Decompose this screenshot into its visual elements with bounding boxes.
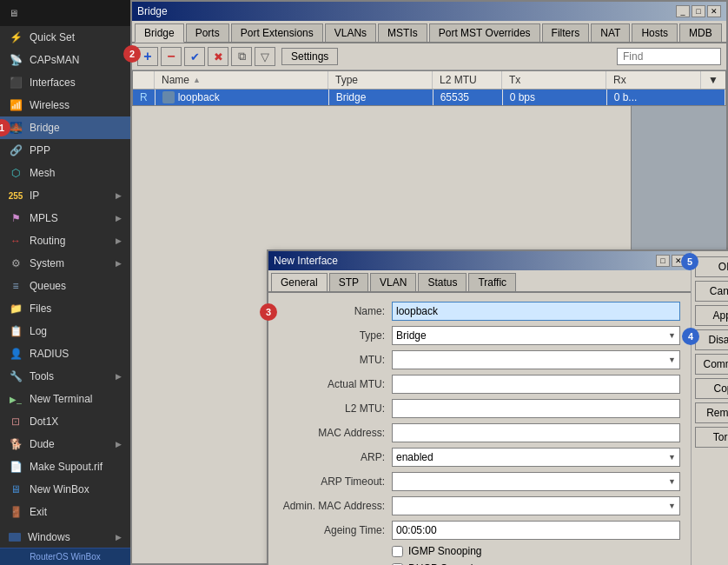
row-rx: 0 b... xyxy=(607,90,725,105)
ppp-icon: 🔗 xyxy=(9,143,23,157)
sidebar-item-quick-set[interactable]: ⚡ Quick Set xyxy=(0,26,130,49)
disable-button[interactable]: Disable xyxy=(695,329,728,350)
type-value: Bridge xyxy=(396,329,427,342)
tab-port-mst-overrides[interactable]: Port MST Overrides xyxy=(429,23,540,42)
sidebar-item-label: Wireless xyxy=(30,99,69,111)
sidebar-item-new-winbox[interactable]: 🖥 New WinBox xyxy=(0,478,130,501)
sidebar-item-windows[interactable]: Windows ▶ xyxy=(0,527,130,548)
sidebar-item-dot1x[interactable]: ⊡ Dot1X xyxy=(0,410,130,433)
sidebar-item-interfaces[interactable]: ⬛ Interfaces xyxy=(0,71,130,94)
add-button[interactable]: + xyxy=(137,47,158,66)
sidebar-item-tools[interactable]: 🔧 Tools ▶ xyxy=(0,365,130,388)
sidebar-item-label: New Terminal xyxy=(30,393,92,405)
dialog-tabs: General STP VLAN Status Traffic xyxy=(268,270,691,293)
dialog-tab-traffic[interactable]: Traffic xyxy=(468,273,516,291)
dialog-tab-general[interactable]: General xyxy=(271,273,328,291)
tab-ports[interactable]: Ports xyxy=(186,23,229,42)
minimize-button[interactable]: _ xyxy=(676,5,690,17)
sidebar-item-label: Interfaces xyxy=(30,76,76,89)
name-input[interactable] xyxy=(392,302,680,321)
ip-icon: 255 xyxy=(9,189,23,203)
sidebar-item-label: Log xyxy=(30,325,47,337)
bridge-table: Name ▲ Type L2 MTU Tx Rx ▼ R loopback Br… xyxy=(132,70,726,106)
close-button[interactable]: ✕ xyxy=(707,5,721,17)
settings-button[interactable]: Settings xyxy=(281,48,338,65)
sidebar-item-label: Bridge xyxy=(30,122,60,134)
sidebar-item-make-supout[interactable]: 📄 Make Supout.rif xyxy=(0,455,130,478)
mtu-select[interactable]: ▼ xyxy=(392,350,680,369)
dialog-maximize-button[interactable]: □ xyxy=(656,255,670,267)
tab-port-extensions[interactable]: Port Extensions xyxy=(231,23,323,42)
sidebar-item-capsman[interactable]: 📡 CAPsMAN xyxy=(0,49,130,71)
sidebar-item-label: Dot1X xyxy=(30,415,58,428)
dot1x-icon: ⊡ xyxy=(9,415,23,429)
exit-icon: 🚪 xyxy=(9,505,23,519)
filter-button[interactable]: ▽ xyxy=(255,47,275,66)
supout-icon: 📄 xyxy=(9,460,23,474)
sidebar-brand: 🖥 xyxy=(0,0,130,26)
sidebar-item-new-terminal[interactable]: ▶_ New Terminal xyxy=(0,388,130,410)
sidebar-item-ip[interactable]: 255 IP ▶ xyxy=(0,184,130,207)
sidebar-item-ppp[interactable]: 🔗 PPP xyxy=(0,139,130,162)
tab-hosts[interactable]: Hosts xyxy=(632,23,678,42)
titlebar-buttons: _ □ ✕ xyxy=(676,5,721,17)
sidebar-item-files[interactable]: 📁 Files xyxy=(0,297,130,320)
dialog-tab-status[interactable]: Status xyxy=(418,273,467,291)
sidebar-item-exit[interactable]: 🚪 Exit xyxy=(0,501,130,523)
sidebar-item-dude[interactable]: 🐕 Dude ▶ xyxy=(0,433,130,455)
copy-toolbar-button[interactable]: ⧉ xyxy=(231,47,252,66)
sidebar-item-label: Queues xyxy=(30,280,66,292)
remove-button[interactable]: − xyxy=(161,47,182,66)
copy-button[interactable]: Copy xyxy=(695,378,728,399)
find-input[interactable] xyxy=(617,48,721,65)
sidebar-item-mpls[interactable]: ⚑ MPLS ▶ xyxy=(0,207,130,229)
main-content-area: New Interface □ ✕ General STP VLAN Statu… xyxy=(132,106,726,563)
apply-button[interactable]: Apply xyxy=(695,305,728,326)
sidebar-item-mesh[interactable]: ⬡ Mesh xyxy=(0,162,130,184)
tab-mdb[interactable]: MDB xyxy=(679,23,722,42)
maximize-button[interactable]: □ xyxy=(692,5,705,17)
sidebar-item-wireless[interactable]: 📶 Wireless xyxy=(0,94,130,116)
edit-button[interactable]: ✔ xyxy=(184,47,205,66)
sidebar-item-queues[interactable]: ≡ Queues xyxy=(0,275,130,297)
name-label: Name: xyxy=(279,305,392,317)
sidebar-item-label: Exit xyxy=(30,506,47,518)
sidebar-item-log[interactable]: 📋 Log xyxy=(0,320,130,342)
mpls-icon: ⚑ xyxy=(9,211,23,225)
bridge-toolbar: + − ✔ ✖ ⧉ ▽ Settings xyxy=(132,43,726,70)
torch-button[interactable]: Torch xyxy=(695,427,728,448)
sidebar-item-routing[interactable]: ↔ Routing ▶ xyxy=(0,229,130,252)
mac-input[interactable] xyxy=(392,423,680,442)
arp-select[interactable]: enabled ▼ xyxy=(392,448,680,467)
igmp-snooping-label: IGMP Snooping xyxy=(408,545,482,557)
tab-bridge[interactable]: Bridge xyxy=(135,23,184,43)
cross-button[interactable]: ✖ xyxy=(208,47,228,66)
bridge-titlebar: Bridge _ □ ✕ xyxy=(132,2,726,21)
type-select[interactable]: Bridge ▼ xyxy=(392,326,680,345)
cancel-button[interactable]: Cancel xyxy=(695,281,728,302)
mac-label: MAC Address: xyxy=(279,427,392,439)
sidebar-item-label: PPP xyxy=(30,144,50,156)
tab-filters[interactable]: Filters xyxy=(542,23,590,42)
remove-button[interactable]: Remove xyxy=(695,402,728,423)
radius-icon: 👤 xyxy=(9,347,23,361)
tab-nat[interactable]: NAT xyxy=(591,23,630,42)
admin-mac-select[interactable]: ▼ xyxy=(392,496,680,515)
comment-button[interactable]: Comment xyxy=(695,354,728,375)
tab-vlans[interactable]: VLANs xyxy=(325,23,376,42)
l2mtu-input[interactable] xyxy=(392,399,680,418)
sidebar-item-radius[interactable]: 👤 RADIUS xyxy=(0,342,130,365)
sidebar-item-label: Tools xyxy=(30,370,54,382)
sidebar-item-system[interactable]: ⚙ System ▶ xyxy=(0,252,130,275)
ok-button[interactable]: OK xyxy=(695,256,728,277)
actual-mtu-input[interactable] xyxy=(392,375,680,394)
col-flag xyxy=(133,71,155,89)
arp-timeout-select[interactable]: ▼ xyxy=(392,472,680,491)
ageing-time-input[interactable] xyxy=(392,521,680,540)
igmp-snooping-checkbox[interactable] xyxy=(392,546,403,557)
tab-mstis[interactable]: MSTIs xyxy=(378,23,427,42)
sidebar-item-bridge[interactable]: 🌉 Bridge xyxy=(0,116,130,139)
dialog-tab-stp[interactable]: STP xyxy=(329,273,368,291)
table-row[interactable]: R loopback Bridge 65535 0 bps 0 b... xyxy=(133,90,725,105)
dialog-tab-vlan[interactable]: VLAN xyxy=(370,273,416,291)
